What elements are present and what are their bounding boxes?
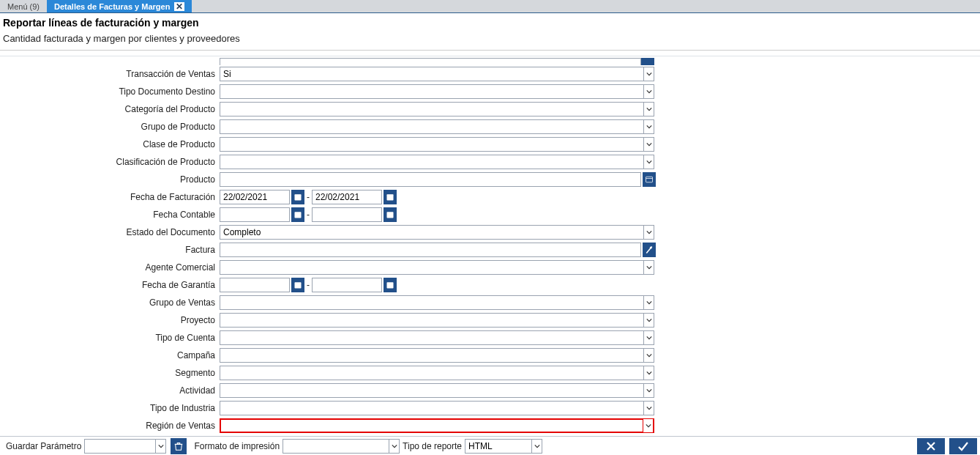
chevron-down-icon[interactable] (643, 314, 654, 327)
tab-menu[interactable]: Menú (9) (0, 0, 47, 12)
fecha-contable-from[interactable] (220, 207, 290, 222)
clasificacion-producto-input[interactable] (220, 155, 643, 169)
label-estado-documento: Estado del Documento (0, 227, 220, 237)
chevron-down-icon[interactable] (643, 331, 654, 344)
chevron-down-icon[interactable] (155, 440, 165, 453)
label-agente-comercial: Agente Comercial (0, 262, 220, 273)
chevron-down-icon[interactable] (643, 402, 654, 415)
chevron-down-icon[interactable] (643, 226, 654, 239)
clase-producto-combo[interactable] (220, 137, 654, 152)
proyecto-combo[interactable] (220, 313, 654, 328)
delete-button[interactable] (171, 438, 187, 454)
tipo-cuenta-input[interactable] (220, 331, 643, 344)
producto-field[interactable] (220, 172, 641, 187)
formato-impresion-combo[interactable] (283, 439, 400, 454)
region-ventas-input[interactable] (221, 419, 643, 432)
form-scroll-area[interactable]: Transacción de Ventas Tipo Documento Des… (0, 56, 980, 436)
chevron-down-icon[interactable] (643, 366, 654, 380)
chevron-down-icon[interactable] (643, 419, 653, 432)
fecha-facturacion-from[interactable] (220, 190, 290, 204)
transaccion-ventas-combo[interactable] (220, 67, 654, 81)
lookup-icon[interactable] (643, 172, 656, 187)
transaccion-ventas-input[interactable] (220, 67, 643, 81)
svg-rect-0 (646, 177, 653, 182)
svg-point-8 (650, 247, 652, 249)
tipo-industria-input[interactable] (220, 402, 643, 415)
grupo-producto-combo[interactable] (220, 119, 654, 134)
tab-detalles-facturas[interactable]: Detalles de Facturas y Margen ✕ (47, 0, 192, 12)
estado-documento-combo[interactable] (220, 225, 654, 240)
guardar-parametro-input[interactable] (85, 440, 155, 453)
proyecto-input[interactable] (220, 314, 643, 327)
calendar-icon[interactable] (384, 190, 397, 204)
chevron-down-icon[interactable] (643, 261, 654, 274)
fecha-garantia-from[interactable] (220, 278, 290, 292)
segmento-combo[interactable] (220, 366, 654, 380)
campana-input[interactable] (220, 349, 643, 362)
agente-comercial-input[interactable] (220, 261, 643, 274)
chevron-down-icon[interactable] (643, 349, 654, 362)
label-tipo-industria: Tipo de Industria (0, 403, 220, 413)
calendar-icon[interactable] (291, 190, 304, 204)
clasificacion-producto-combo[interactable] (220, 155, 654, 169)
tipo-reporte-combo[interactable] (465, 439, 542, 454)
chevron-down-icon[interactable] (643, 120, 654, 133)
tipo-cuenta-combo[interactable] (220, 330, 654, 345)
svg-rect-10 (387, 282, 394, 288)
tipo-reporte-input[interactable] (465, 440, 531, 453)
guardar-parametro-combo[interactable] (84, 439, 166, 454)
fecha-contable-to[interactable] (312, 207, 382, 222)
actividad-combo[interactable] (220, 383, 654, 398)
label-transaccion-ventas: Transacción de Ventas (0, 69, 220, 79)
fecha-garantia-to-input[interactable] (313, 278, 428, 292)
categoria-producto-input[interactable] (220, 103, 643, 116)
chevron-down-icon[interactable] (643, 155, 654, 169)
calendar-icon[interactable] (384, 278, 397, 292)
clase-producto-input[interactable] (220, 138, 643, 151)
grupo-ventas-input[interactable] (220, 296, 643, 309)
tipo-doc-destino-combo[interactable] (220, 84, 654, 99)
factura-input[interactable] (220, 243, 640, 256)
categoria-producto-combo[interactable] (220, 102, 654, 116)
tipo-doc-destino-input[interactable] (220, 85, 643, 98)
label-grupo-ventas: Grupo de Ventas (0, 297, 220, 308)
label-proyecto: Proyecto (0, 315, 220, 325)
campana-combo[interactable] (220, 348, 654, 363)
chevron-down-icon[interactable] (389, 440, 399, 453)
calendar-icon[interactable] (291, 207, 304, 222)
segmento-input[interactable] (220, 366, 643, 380)
actividad-input[interactable] (220, 384, 643, 397)
calendar-icon[interactable] (384, 207, 397, 222)
fecha-facturacion-to-input[interactable] (313, 190, 428, 204)
chevron-down-icon[interactable] (643, 384, 654, 397)
chevron-down-icon[interactable] (643, 103, 654, 116)
label-region-ventas: Región de Ventas (0, 421, 220, 431)
grupo-ventas-combo[interactable] (220, 295, 654, 310)
label-producto: Producto (0, 174, 220, 185)
grupo-producto-input[interactable] (220, 120, 643, 133)
chevron-down-icon[interactable] (643, 67, 654, 81)
svg-rect-7 (387, 212, 394, 218)
search-icon[interactable] (643, 243, 656, 257)
region-ventas-combo[interactable] (220, 418, 654, 433)
formato-impresion-input[interactable] (283, 440, 389, 453)
cancel-button[interactable] (917, 438, 945, 454)
range-separator: - (306, 210, 310, 220)
factura-field[interactable] (220, 243, 641, 257)
agente-comercial-combo[interactable] (220, 260, 654, 275)
producto-input[interactable] (220, 173, 640, 186)
chevron-down-icon[interactable] (531, 440, 542, 453)
chevron-down-icon[interactable] (643, 85, 654, 98)
range-separator: - (306, 192, 310, 202)
confirm-button[interactable] (949, 438, 977, 454)
range-separator: - (306, 280, 310, 290)
estado-documento-input[interactable] (220, 226, 643, 239)
calendar-icon[interactable] (291, 278, 304, 292)
fecha-facturacion-to[interactable] (312, 190, 382, 204)
tipo-industria-combo[interactable] (220, 401, 654, 415)
fecha-contable-to-input[interactable] (313, 208, 428, 221)
fecha-garantia-to[interactable] (312, 278, 382, 292)
chevron-down-icon[interactable] (643, 138, 654, 151)
close-icon[interactable]: ✕ (174, 2, 184, 11)
chevron-down-icon[interactable] (643, 296, 654, 309)
